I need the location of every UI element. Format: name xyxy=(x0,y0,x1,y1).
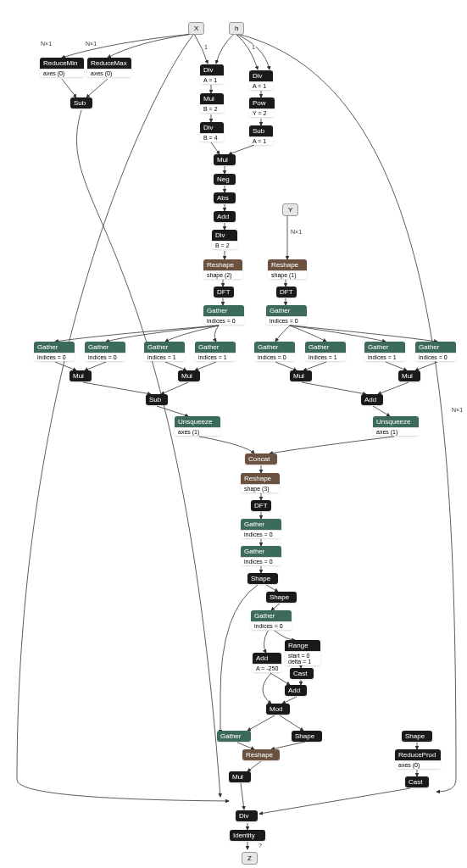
gather-node[interactable]: Gatherindices = 1 xyxy=(305,342,346,361)
reducemin-node[interactable]: ReduceMin axes (0) xyxy=(40,58,84,77)
node-header: Identity xyxy=(230,830,265,841)
abs-node[interactable]: Abs xyxy=(214,192,236,203)
div-node[interactable]: Div A = 1 xyxy=(200,64,224,84)
node-attr: shape (1) xyxy=(268,270,307,279)
node-header: Abs xyxy=(214,192,236,203)
edge-label-nx1: N×1 xyxy=(290,229,303,235)
node-header: Gather xyxy=(217,731,251,742)
add-node[interactable]: Add xyxy=(285,685,307,696)
edge-label-one: 1 xyxy=(203,44,208,50)
output-z: Z xyxy=(242,852,258,865)
input-y: Y xyxy=(282,203,298,216)
node-header: Mul xyxy=(178,370,200,381)
gather-node[interactable]: Gatherindices = 0 xyxy=(415,342,456,361)
mul-node[interactable]: Mul xyxy=(290,370,312,381)
node-header: ReduceMin xyxy=(40,58,84,69)
node-header: Div xyxy=(200,122,224,133)
mul-node[interactable]: Mul xyxy=(229,771,251,782)
node-attr: indices = 1 xyxy=(305,353,346,361)
node-header: Gather xyxy=(241,546,281,557)
node-header: Reshape xyxy=(241,473,280,484)
dft-node[interactable]: DFT xyxy=(214,287,234,298)
shape-node[interactable]: Shape xyxy=(266,592,297,603)
node-header: Gather xyxy=(364,342,405,353)
node-attr: indices = 0 xyxy=(241,530,281,538)
div-node[interactable]: Div xyxy=(236,810,258,821)
cast-node[interactable]: Cast xyxy=(405,776,429,787)
gather-node[interactable]: Gatherindices = 0 xyxy=(251,610,292,630)
node-attr: indices = 1 xyxy=(195,353,236,361)
node-header: Shape xyxy=(247,573,278,584)
add-node[interactable]: Add xyxy=(361,394,383,405)
node-header: Gather xyxy=(195,342,236,353)
dft-node[interactable]: DFT xyxy=(276,287,297,298)
gather-node[interactable]: Gather xyxy=(217,731,251,742)
node-header: Pow xyxy=(249,97,275,108)
sub-node[interactable]: Sub A = 1 xyxy=(249,125,273,145)
node-header: Shape xyxy=(266,592,297,603)
mul-node[interactable]: Mul xyxy=(69,370,92,381)
node-header: Add xyxy=(285,685,307,696)
sub-node[interactable]: Sub xyxy=(146,394,168,405)
shape-node[interactable]: Shape xyxy=(292,731,322,742)
node-header: ReduceProd xyxy=(395,749,441,760)
node-header: Div xyxy=(236,810,258,821)
pow-node[interactable]: Pow Y = 2 xyxy=(249,97,275,117)
reshape-node[interactable]: Reshape shape (2) xyxy=(203,259,242,279)
edge-label-nx1: N×1 xyxy=(451,407,464,413)
unsqueeze-node[interactable]: Unsqueezeaxes (1) xyxy=(373,416,419,436)
node-header: Mul xyxy=(398,370,420,381)
add-node[interactable]: Add xyxy=(214,211,236,222)
node-attr: B = 2 xyxy=(200,104,224,113)
add-node[interactable]: AddA = -250 xyxy=(253,653,281,672)
node-header: Sub xyxy=(249,125,273,136)
node-header: Reshape xyxy=(268,259,307,270)
mul-node[interactable]: Mul xyxy=(178,370,200,381)
node-attr: indices = 0 xyxy=(85,353,125,361)
dft-node[interactable]: DFT xyxy=(251,500,271,511)
gather-node[interactable]: Gather indices = 0 xyxy=(266,305,307,325)
shape-node[interactable]: Shape xyxy=(402,731,432,742)
reshape-node[interactable]: Reshape xyxy=(242,749,280,760)
gather-node[interactable]: Gatherindices = 0 xyxy=(34,342,75,361)
sub-node[interactable]: Sub xyxy=(70,97,92,108)
gather-node[interactable]: Gatherindices = 1 xyxy=(364,342,405,361)
node-header: Mod xyxy=(266,704,290,715)
unsqueeze-node[interactable]: Unsqueezeaxes (1) xyxy=(175,416,220,436)
concat-node[interactable]: Concat xyxy=(245,453,277,465)
gather-node[interactable]: Gatherindices = 0 xyxy=(85,342,125,361)
gather-node[interactable]: Gatherindices = 1 xyxy=(195,342,236,361)
range-node[interactable]: Rangestart = 0 delta = 1 xyxy=(285,640,320,665)
identity-node[interactable]: Identity xyxy=(230,830,265,841)
edge-label-one: 1 xyxy=(251,44,256,50)
node-header: DFT xyxy=(214,287,234,298)
mul-node[interactable]: Mul xyxy=(398,370,420,381)
cast-node[interactable]: Cast xyxy=(290,668,314,679)
mod-node[interactable]: Mod xyxy=(266,704,290,715)
node-header: Gather xyxy=(254,342,295,353)
gather-node[interactable]: Gatherindices = 0 xyxy=(254,342,295,361)
reshape-node[interactable]: Reshape shape (1) xyxy=(268,259,307,279)
gather-node[interactable]: Gatherindices = 0 xyxy=(241,519,281,538)
node-header: Div xyxy=(212,230,237,241)
node-header: Mul xyxy=(214,154,236,165)
gather-node[interactable]: Gather indices = 0 xyxy=(203,305,244,325)
node-header: Gather xyxy=(203,305,244,316)
mul-node[interactable]: Mul B = 2 xyxy=(200,93,224,113)
div-node[interactable]: Div B = 2 xyxy=(212,230,237,249)
reshape-node[interactable]: Reshapeshape (3) xyxy=(241,473,280,492)
div-node[interactable]: Div A = 1 xyxy=(249,70,273,90)
reduceprod-node[interactable]: ReduceProdaxes (0) xyxy=(395,749,441,769)
node-header: DFT xyxy=(276,287,297,298)
shape-node[interactable]: Shape xyxy=(247,573,278,584)
mul-node[interactable]: Mul xyxy=(214,154,236,165)
neg-node[interactable]: Neg xyxy=(214,174,236,185)
node-header: Mul xyxy=(290,370,312,381)
div-node[interactable]: Div B = 4 xyxy=(200,122,224,142)
gather-node[interactable]: Gatherindices = 0 xyxy=(241,546,281,565)
edge-label-nx1: N×1 xyxy=(40,41,53,47)
reducemax-node[interactable]: ReduceMax axes (0) xyxy=(87,58,131,77)
node-header: Unsqueeze xyxy=(175,416,220,427)
node-header: Reshape xyxy=(242,749,280,760)
gather-node[interactable]: Gatherindices = 1 xyxy=(144,342,185,361)
